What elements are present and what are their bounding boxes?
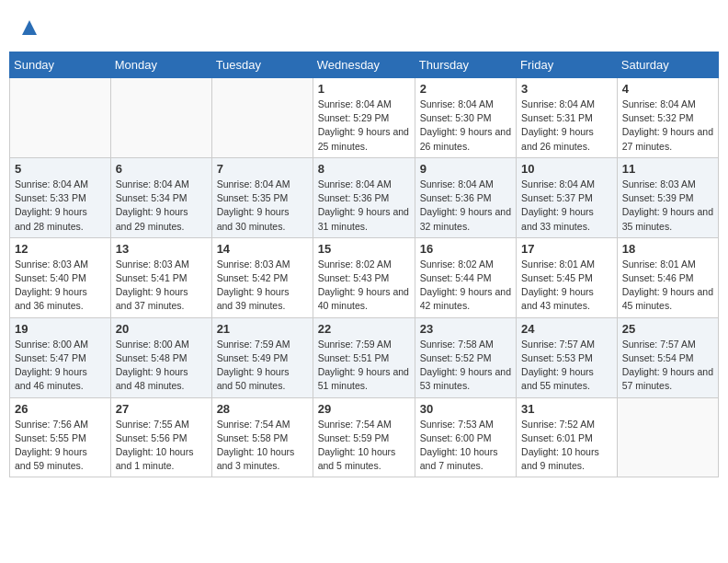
calendar-day-cell: 10Sunrise: 8:04 AM Sunset: 5:37 PM Dayli… [517, 157, 618, 237]
calendar-day-cell: 3Sunrise: 8:04 AM Sunset: 5:31 PM Daylig… [517, 78, 618, 158]
day-number: 2 [420, 82, 511, 96]
day-number: 25 [622, 322, 713, 336]
day-info: Sunrise: 7:57 AM Sunset: 5:53 PM Dayligh… [521, 338, 612, 394]
day-info: Sunrise: 8:04 AM Sunset: 5:36 PM Dayligh… [420, 178, 511, 234]
day-info: Sunrise: 7:55 AM Sunset: 5:56 PM Dayligh… [116, 418, 207, 474]
day-of-week-header: Sunday [10, 52, 111, 78]
day-info: Sunrise: 8:04 AM Sunset: 5:31 PM Dayligh… [521, 98, 612, 154]
day-number: 14 [217, 242, 308, 256]
calendar-day-cell: 29Sunrise: 7:54 AM Sunset: 5:59 PM Dayli… [313, 397, 415, 477]
day-number: 27 [116, 402, 207, 416]
day-number: 28 [217, 402, 308, 416]
day-number: 31 [521, 402, 612, 416]
day-number: 30 [420, 402, 511, 416]
day-number: 18 [622, 242, 713, 256]
calendar-table: SundayMondayTuesdayWednesdayThursdayFrid… [9, 52, 719, 477]
day-number: 13 [116, 242, 207, 256]
svg-marker-0 [22, 20, 37, 35]
day-number: 23 [420, 322, 511, 336]
day-number: 17 [521, 242, 612, 256]
calendar-day-cell: 8Sunrise: 8:04 AM Sunset: 5:36 PM Daylig… [313, 157, 415, 237]
calendar-day-cell: 17Sunrise: 8:01 AM Sunset: 5:45 PM Dayli… [517, 237, 618, 317]
day-number: 10 [521, 162, 612, 176]
day-info: Sunrise: 8:04 AM Sunset: 5:37 PM Dayligh… [521, 178, 612, 234]
day-info: Sunrise: 8:02 AM Sunset: 5:43 PM Dayligh… [318, 258, 410, 314]
calendar-day-cell: 24Sunrise: 7:57 AM Sunset: 5:53 PM Dayli… [517, 317, 618, 397]
day-info: Sunrise: 8:04 AM Sunset: 5:35 PM Dayligh… [217, 178, 308, 234]
calendar-day-cell: 19Sunrise: 8:00 AM Sunset: 5:47 PM Dayli… [10, 317, 111, 397]
calendar-day-cell: 31Sunrise: 7:52 AM Sunset: 6:01 PM Dayli… [517, 397, 618, 477]
calendar-day-cell: 21Sunrise: 7:59 AM Sunset: 5:49 PM Dayli… [211, 317, 313, 397]
day-of-week-header: Tuesday [211, 52, 313, 78]
day-info: Sunrise: 7:59 AM Sunset: 5:49 PM Dayligh… [217, 338, 308, 394]
calendar-day-cell: 28Sunrise: 7:54 AM Sunset: 5:58 PM Dayli… [211, 397, 313, 477]
logo [18, 18, 39, 42]
calendar-day-cell: 6Sunrise: 8:04 AM Sunset: 5:34 PM Daylig… [110, 157, 211, 237]
calendar-day-cell: 26Sunrise: 7:56 AM Sunset: 5:55 PM Dayli… [10, 397, 111, 477]
day-of-week-header: Wednesday [313, 52, 415, 78]
day-number: 15 [318, 242, 410, 256]
day-info: Sunrise: 8:04 AM Sunset: 5:36 PM Dayligh… [318, 178, 410, 234]
calendar-day-cell: 15Sunrise: 8:02 AM Sunset: 5:43 PM Dayli… [313, 237, 415, 317]
day-number: 16 [420, 242, 511, 256]
day-number: 8 [318, 162, 410, 176]
day-info: Sunrise: 8:00 AM Sunset: 5:47 PM Dayligh… [15, 338, 106, 394]
day-number: 11 [622, 162, 713, 176]
calendar-week-row: 19Sunrise: 8:00 AM Sunset: 5:47 PM Dayli… [10, 317, 719, 397]
day-info: Sunrise: 8:04 AM Sunset: 5:33 PM Dayligh… [15, 178, 106, 234]
day-info: Sunrise: 7:56 AM Sunset: 5:55 PM Dayligh… [15, 418, 106, 474]
day-number: 6 [116, 162, 207, 176]
calendar-day-cell: 23Sunrise: 7:58 AM Sunset: 5:52 PM Dayli… [415, 317, 516, 397]
calendar-day-cell: 1Sunrise: 8:04 AM Sunset: 5:29 PM Daylig… [313, 78, 415, 158]
logo-icon [20, 18, 39, 37]
page-header [9, 9, 719, 47]
day-info: Sunrise: 8:04 AM Sunset: 5:30 PM Dayligh… [420, 98, 511, 154]
day-number: 22 [318, 322, 410, 336]
day-number: 1 [318, 82, 410, 96]
calendar-day-cell: 14Sunrise: 8:03 AM Sunset: 5:42 PM Dayli… [211, 237, 313, 317]
day-info: Sunrise: 8:02 AM Sunset: 5:44 PM Dayligh… [420, 258, 511, 314]
day-info: Sunrise: 7:57 AM Sunset: 5:54 PM Dayligh… [622, 338, 713, 394]
day-number: 26 [15, 402, 106, 416]
calendar-week-row: 1Sunrise: 8:04 AM Sunset: 5:29 PM Daylig… [10, 78, 719, 158]
day-info: Sunrise: 8:00 AM Sunset: 5:48 PM Dayligh… [116, 338, 207, 394]
day-info: Sunrise: 8:03 AM Sunset: 5:40 PM Dayligh… [15, 258, 106, 314]
day-of-week-header: Thursday [415, 52, 516, 78]
day-info: Sunrise: 7:59 AM Sunset: 5:51 PM Dayligh… [318, 338, 410, 394]
day-number: 4 [622, 82, 713, 96]
day-info: Sunrise: 7:53 AM Sunset: 6:00 PM Dayligh… [420, 418, 511, 474]
calendar-day-cell: 25Sunrise: 7:57 AM Sunset: 5:54 PM Dayli… [617, 317, 718, 397]
calendar-day-cell [617, 397, 718, 477]
calendar-day-cell: 11Sunrise: 8:03 AM Sunset: 5:39 PM Dayli… [617, 157, 718, 237]
day-info: Sunrise: 7:54 AM Sunset: 5:58 PM Dayligh… [217, 418, 308, 474]
calendar-day-cell: 5Sunrise: 8:04 AM Sunset: 5:33 PM Daylig… [10, 157, 111, 237]
day-number: 24 [521, 322, 612, 336]
calendar-week-row: 26Sunrise: 7:56 AM Sunset: 5:55 PM Dayli… [10, 397, 719, 477]
day-number: 7 [217, 162, 308, 176]
day-number: 29 [318, 402, 410, 416]
calendar-week-row: 5Sunrise: 8:04 AM Sunset: 5:33 PM Daylig… [10, 157, 719, 237]
day-number: 20 [116, 322, 207, 336]
day-info: Sunrise: 7:58 AM Sunset: 5:52 PM Dayligh… [420, 338, 511, 394]
calendar-day-cell: 22Sunrise: 7:59 AM Sunset: 5:51 PM Dayli… [313, 317, 415, 397]
calendar-day-cell: 9Sunrise: 8:04 AM Sunset: 5:36 PM Daylig… [415, 157, 516, 237]
day-number: 21 [217, 322, 308, 336]
calendar-day-cell: 13Sunrise: 8:03 AM Sunset: 5:41 PM Dayli… [110, 237, 211, 317]
day-of-week-header: Monday [110, 52, 211, 78]
day-number: 19 [15, 322, 106, 336]
calendar-day-cell: 16Sunrise: 8:02 AM Sunset: 5:44 PM Dayli… [415, 237, 516, 317]
calendar-day-cell: 12Sunrise: 8:03 AM Sunset: 5:40 PM Dayli… [10, 237, 111, 317]
calendar-day-cell: 18Sunrise: 8:01 AM Sunset: 5:46 PM Dayli… [617, 237, 718, 317]
day-info: Sunrise: 8:04 AM Sunset: 5:29 PM Dayligh… [318, 98, 410, 154]
day-number: 3 [521, 82, 612, 96]
day-info: Sunrise: 7:54 AM Sunset: 5:59 PM Dayligh… [318, 418, 410, 474]
day-info: Sunrise: 8:03 AM Sunset: 5:39 PM Dayligh… [622, 178, 713, 234]
day-info: Sunrise: 8:01 AM Sunset: 5:46 PM Dayligh… [622, 258, 713, 314]
day-info: Sunrise: 7:52 AM Sunset: 6:01 PM Dayligh… [521, 418, 612, 474]
calendar-day-cell: 7Sunrise: 8:04 AM Sunset: 5:35 PM Daylig… [211, 157, 313, 237]
calendar-header-row: SundayMondayTuesdayWednesdayThursdayFrid… [10, 52, 719, 78]
calendar-day-cell: 27Sunrise: 7:55 AM Sunset: 5:56 PM Dayli… [110, 397, 211, 477]
day-number: 5 [15, 162, 106, 176]
calendar-day-cell: 20Sunrise: 8:00 AM Sunset: 5:48 PM Dayli… [110, 317, 211, 397]
day-number: 12 [15, 242, 106, 256]
